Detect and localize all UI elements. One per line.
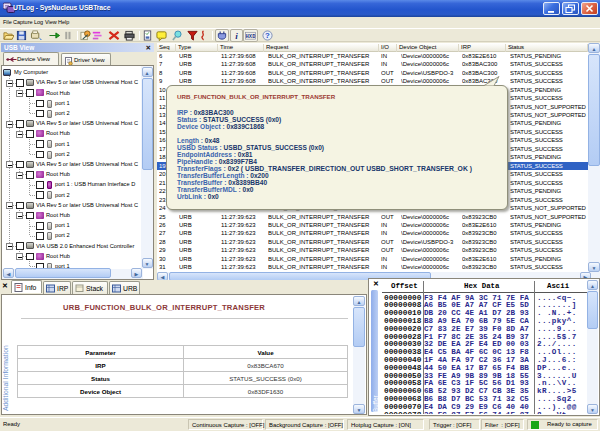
svg-text:i: i bbox=[235, 31, 238, 41]
svg-text:HXD: HXD bbox=[246, 33, 257, 40]
svg-text:?: ? bbox=[265, 31, 270, 40]
